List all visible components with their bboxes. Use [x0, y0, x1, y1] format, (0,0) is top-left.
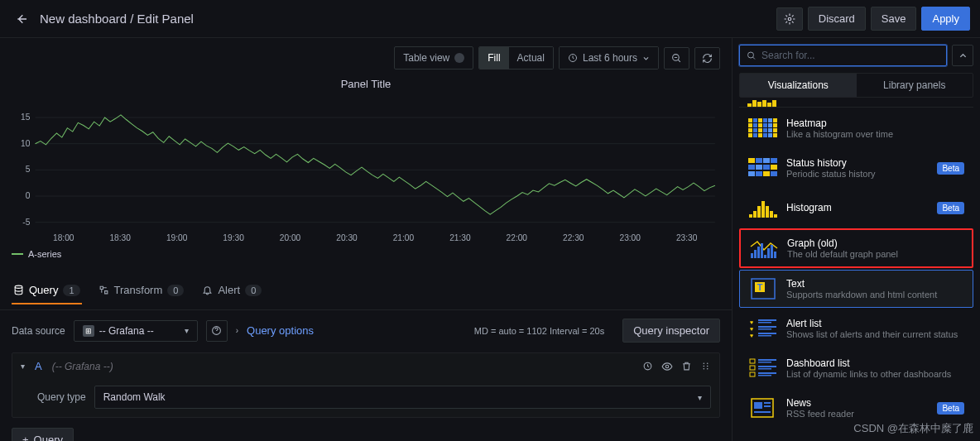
table-view-label: Table view	[403, 52, 449, 64]
clock-icon	[568, 53, 578, 63]
viz-desc: Supports markdown and html content	[786, 290, 964, 300]
query-duplicate-button[interactable]	[642, 361, 653, 372]
svg-text:♥: ♥	[750, 333, 753, 338]
tab-visualizations[interactable]: Visualizations	[740, 74, 857, 97]
svg-rect-97	[758, 319, 776, 321]
svg-rect-50	[758, 123, 762, 127]
svg-rect-73	[771, 165, 777, 170]
arrow-left-icon	[15, 12, 28, 26]
viz-item-alert-list[interactable]: ♥♥♥ Alert list Shows list of alerts and …	[739, 309, 973, 348]
viz-item-status-history[interactable]: Status history Periodic status history B…	[739, 149, 973, 187]
datasource-select[interactable]: ⊞-- Grafana -- ▾	[74, 320, 198, 342]
fill-button[interactable]: Fill	[479, 47, 508, 69]
legend-label[interactable]: A-series	[28, 249, 61, 259]
svg-rect-80	[757, 206, 761, 218]
query-inspector-button[interactable]: Query inspector	[622, 319, 720, 343]
viz-desc: Shows list of alerts and their current s…	[786, 329, 964, 339]
viz-name: Heatmap	[786, 117, 964, 129]
side-panel: Visualizations Library panels Heatmap Li…	[732, 38, 980, 441]
svg-rect-107	[758, 362, 771, 363]
chevron-down-icon: ▾	[185, 326, 189, 335]
svg-text:21:30: 21:30	[449, 233, 471, 242]
back-button[interactable]	[10, 7, 33, 31]
datasource-icon: ⊞	[83, 325, 94, 337]
query-toggle-button[interactable]	[661, 361, 673, 372]
svg-rect-72	[763, 165, 770, 170]
time-range-picker[interactable]: Last 6 hours	[559, 46, 659, 70]
svg-rect-85	[751, 253, 753, 258]
query-options-link[interactable]: Query options	[247, 324, 314, 337]
svg-rect-40	[767, 103, 771, 107]
settings-button[interactable]	[776, 7, 803, 31]
svg-rect-106	[758, 359, 776, 361]
zoom-out-button[interactable]	[664, 47, 689, 70]
svg-rect-54	[748, 128, 752, 132]
header: New dashboard / Edit Panel Discard Save …	[0, 0, 980, 38]
chevron-right-icon: ›	[236, 326, 238, 335]
viz-desc: List of dynamic links to other dashboard…	[786, 369, 964, 379]
apply-button[interactable]: Apply	[921, 7, 970, 31]
viz-badge: Beta	[937, 162, 964, 175]
query-type-select[interactable]: Random Walk ▾	[94, 386, 711, 409]
viz-item-dashboard-list[interactable]: Dashboard list List of dynamic links to …	[739, 349, 973, 387]
viz-item-news[interactable]: News RSS feed reader Beta	[739, 389, 973, 427]
viz-item-text[interactable]: T Text Supports markdown and html conten…	[739, 270, 973, 308]
svg-point-31	[704, 367, 705, 369]
svg-text:15: 15	[21, 113, 31, 122]
editor-tabs: Query 1 Transform 0 Alert 0	[0, 272, 732, 310]
svg-rect-89	[764, 255, 766, 258]
save-button[interactable]: Save	[871, 7, 917, 31]
chart-svg: -505101518:0018:3019:0019:3020:0020:3021…	[12, 97, 720, 246]
tab-transform[interactable]: Transform 0	[97, 277, 186, 304]
tab-library-panels[interactable]: Library panels	[857, 74, 973, 97]
viz-search-input[interactable]	[761, 50, 939, 61]
refresh-button[interactable]	[694, 47, 720, 70]
viz-name: Text	[786, 278, 964, 290]
toggle-dot-icon	[454, 53, 464, 63]
viz-icon	[749, 237, 779, 260]
svg-rect-91	[771, 245, 773, 258]
svg-rect-71	[756, 165, 762, 170]
svg-text:23:00: 23:00	[619, 233, 641, 242]
chart-legend: A-series	[12, 249, 720, 259]
svg-point-35	[748, 52, 754, 58]
viz-desc: Periodic status history	[786, 169, 929, 179]
query-type-label: Query type	[37, 391, 86, 403]
svg-rect-88	[761, 243, 763, 258]
svg-rect-115	[754, 402, 762, 409]
query-drag-handle[interactable]	[700, 361, 711, 372]
viz-desc: The old default graph panel	[787, 249, 963, 259]
query-delete-button[interactable]	[681, 361, 692, 372]
svg-rect-74	[748, 171, 755, 176]
chart-body[interactable]: -505101518:0018:3019:0019:3020:0020:3021…	[12, 97, 720, 246]
svg-rect-44	[758, 118, 762, 122]
viz-search-box[interactable]	[739, 45, 947, 66]
viz-item-histogram[interactable]: Histogram Beta	[739, 189, 973, 227]
tab-query[interactable]: Query 1	[12, 277, 82, 304]
collapse-side-button[interactable]	[952, 45, 973, 66]
svg-rect-70	[748, 165, 755, 170]
query-source-label: (-- Grafana --)	[52, 361, 113, 372]
svg-point-29	[704, 362, 705, 364]
datasource-help-button[interactable]	[206, 320, 228, 342]
svg-rect-57	[763, 128, 767, 132]
svg-rect-86	[754, 250, 757, 258]
svg-point-33	[707, 365, 709, 367]
chart-toolbar: Table view Fill Actual Last 6 hours	[0, 38, 732, 70]
viz-item-heatmap[interactable]: Heatmap Like a histogram over time	[739, 109, 973, 147]
viz-icon	[748, 357, 778, 380]
add-query-button[interactable]: + Query	[12, 428, 74, 441]
table-view-toggle[interactable]: Table view	[394, 46, 473, 70]
viz-icon: ♥♥♥	[748, 317, 778, 340]
viz-icon	[748, 156, 778, 180]
discard-button[interactable]: Discard	[808, 7, 866, 31]
svg-text:23:30: 23:30	[676, 233, 698, 242]
svg-rect-64	[768, 133, 772, 137]
chevron-down-icon[interactable]: ▾	[21, 362, 25, 371]
svg-rect-61	[753, 133, 757, 137]
query-ref-letter[interactable]: A	[35, 360, 42, 372]
viz-item-graph-old-[interactable]: Graph (old) The old default graph panel	[739, 228, 973, 268]
tab-query-badge: 1	[63, 285, 79, 296]
actual-button[interactable]: Actual	[509, 47, 553, 69]
tab-alert[interactable]: Alert 0	[200, 277, 263, 304]
